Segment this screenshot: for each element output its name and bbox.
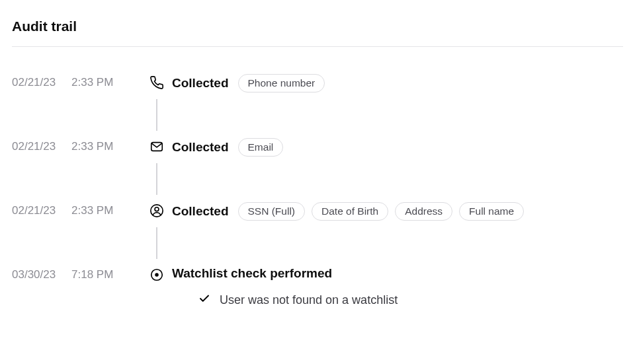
user-icon xyxy=(149,201,165,220)
timeline-connector xyxy=(142,221,172,266)
tag-pill: Phone number xyxy=(238,74,325,92)
entry-action: Collected xyxy=(172,140,229,155)
audit-timeline: 02/21/23 2:33 PM Collected Phone number … xyxy=(12,73,623,307)
section-divider xyxy=(12,46,623,47)
eye-icon xyxy=(149,266,165,284)
entry-date: 02/21/23 xyxy=(12,73,71,91)
svg-point-4 xyxy=(155,273,159,277)
svg-point-2 xyxy=(155,207,159,211)
entry-time: 2:33 PM xyxy=(71,201,142,219)
timeline-connector xyxy=(142,157,172,201)
entry-date: 02/21/23 xyxy=(12,201,71,219)
entry-action: Collected xyxy=(172,76,229,91)
entry-time: 7:18 PM xyxy=(71,266,142,283)
tag-pill: Date of Birth xyxy=(312,202,388,221)
entry-date: 03/30/23 xyxy=(12,266,71,283)
tag-pill: Full name xyxy=(459,202,524,221)
entry-time: 2:33 PM xyxy=(71,137,142,155)
audit-entry: 02/21/23 2:33 PM Collected SSN (Full) Da… xyxy=(12,201,623,221)
mail-icon xyxy=(149,137,165,156)
entry-action: Watchlist check performed xyxy=(172,266,332,281)
entry-detail: User was not found on a watchlist xyxy=(198,293,398,307)
phone-icon xyxy=(149,73,165,92)
tag-pill: SSN (Full) xyxy=(238,202,305,221)
timeline-connector xyxy=(142,92,172,137)
entry-date: 02/21/23 xyxy=(12,137,71,155)
tag-pill: Address xyxy=(395,202,452,221)
entry-action: Collected xyxy=(172,204,229,219)
entry-detail-text: User was not found on a watchlist xyxy=(220,293,398,307)
tag-pill: Email xyxy=(238,138,284,157)
audit-entry: 03/30/23 7:18 PM Watchlist check perform… xyxy=(12,266,623,307)
section-title: Audit trail xyxy=(12,18,623,46)
check-icon xyxy=(198,293,210,307)
audit-entry: 02/21/23 2:33 PM Collected Email xyxy=(12,137,623,157)
entry-time: 2:33 PM xyxy=(71,73,142,91)
audit-entry: 02/21/23 2:33 PM Collected Phone number xyxy=(12,73,623,92)
